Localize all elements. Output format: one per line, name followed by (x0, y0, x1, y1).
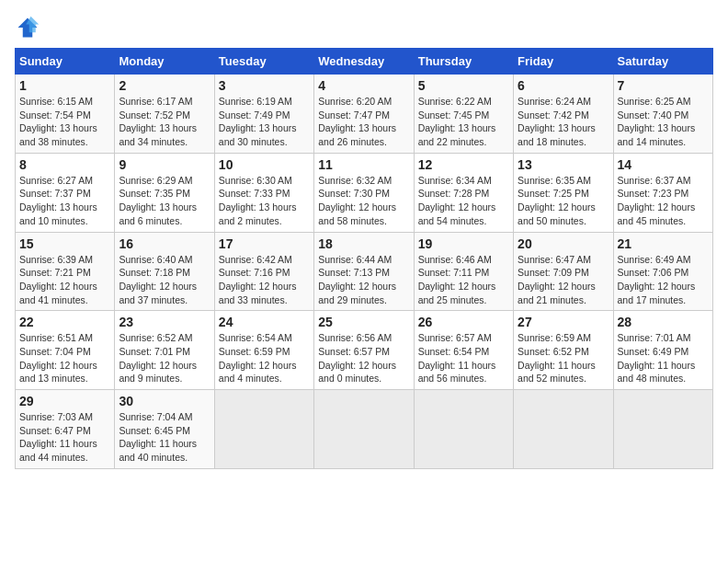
weekday-header-sunday: Sunday (16, 49, 115, 75)
day-info: Sunrise: 6:25 AM Sunset: 7:40 PM Dayligh… (618, 95, 709, 149)
weekday-header-saturday: Saturday (613, 49, 712, 75)
day-number: 18 (318, 236, 409, 251)
day-cell-17: 17Sunrise: 6:42 AM Sunset: 7:16 PM Dayli… (214, 232, 313, 311)
day-info: Sunrise: 6:52 AM Sunset: 7:01 PM Dayligh… (119, 331, 210, 385)
day-number: 14 (618, 157, 709, 172)
day-cell-29: 29Sunrise: 7:03 AM Sunset: 6:47 PM Dayli… (16, 390, 115, 469)
day-info: Sunrise: 6:20 AM Sunset: 7:47 PM Dayligh… (318, 95, 409, 149)
weekday-header-thursday: Thursday (414, 49, 513, 75)
day-cell-3: 3Sunrise: 6:19 AM Sunset: 7:49 PM Daylig… (214, 75, 313, 154)
day-number: 4 (318, 78, 409, 93)
day-cell-30: 30Sunrise: 7:04 AM Sunset: 6:45 PM Dayli… (115, 390, 214, 469)
day-number: 1 (19, 78, 110, 93)
day-number: 3 (219, 78, 310, 93)
day-number: 7 (618, 78, 709, 93)
empty-cell (514, 390, 613, 469)
day-number: 20 (518, 236, 609, 251)
day-info: Sunrise: 7:03 AM Sunset: 6:47 PM Dayligh… (19, 410, 110, 465)
day-info: Sunrise: 6:56 AM Sunset: 6:57 PM Dayligh… (318, 331, 409, 385)
day-number: 21 (618, 236, 709, 251)
day-number: 15 (19, 236, 110, 251)
week-row-2: 15Sunrise: 6:39 AM Sunset: 7:21 PM Dayli… (16, 232, 713, 311)
day-cell-18: 18Sunrise: 6:44 AM Sunset: 7:13 PM Dayli… (314, 232, 414, 311)
day-number: 24 (219, 315, 310, 329)
day-cell-28: 28Sunrise: 7:01 AM Sunset: 6:49 PM Dayli… (613, 311, 712, 390)
day-number: 19 (418, 236, 509, 251)
day-number: 17 (219, 236, 310, 251)
day-info: Sunrise: 6:57 AM Sunset: 6:54 PM Dayligh… (418, 331, 509, 385)
day-number: 5 (418, 78, 509, 93)
weekday-header-friday: Friday (514, 49, 613, 75)
day-info: Sunrise: 6:51 AM Sunset: 7:04 PM Dayligh… (19, 331, 110, 385)
day-number: 11 (318, 157, 409, 172)
weekday-header-monday: Monday (115, 49, 214, 75)
day-cell-20: 20Sunrise: 6:47 AM Sunset: 7:09 PM Dayli… (514, 232, 613, 311)
week-row-0: 1Sunrise: 6:15 AM Sunset: 7:54 PM Daylig… (16, 75, 713, 154)
day-number: 26 (418, 315, 509, 329)
week-row-4: 29Sunrise: 7:03 AM Sunset: 6:47 PM Dayli… (16, 390, 713, 469)
day-info: Sunrise: 6:29 AM Sunset: 7:35 PM Dayligh… (119, 174, 210, 228)
day-info: Sunrise: 6:35 AM Sunset: 7:25 PM Dayligh… (518, 174, 609, 228)
day-cell-14: 14Sunrise: 6:37 AM Sunset: 7:23 PM Dayli… (613, 153, 712, 232)
day-info: Sunrise: 6:47 AM Sunset: 7:09 PM Dayligh… (518, 253, 609, 307)
day-cell-13: 13Sunrise: 6:35 AM Sunset: 7:25 PM Dayli… (514, 153, 613, 232)
week-row-1: 8Sunrise: 6:27 AM Sunset: 7:37 PM Daylig… (16, 153, 713, 232)
day-info: Sunrise: 6:34 AM Sunset: 7:28 PM Dayligh… (418, 174, 509, 228)
weekday-header-wednesday: Wednesday (314, 49, 414, 75)
day-cell-4: 4Sunrise: 6:20 AM Sunset: 7:47 PM Daylig… (314, 75, 414, 154)
empty-cell (314, 390, 414, 469)
day-info: Sunrise: 6:19 AM Sunset: 7:49 PM Dayligh… (219, 95, 310, 149)
day-number: 12 (418, 157, 509, 172)
day-info: Sunrise: 6:49 AM Sunset: 7:06 PM Dayligh… (618, 253, 709, 307)
day-number: 23 (119, 315, 210, 329)
day-cell-1: 1Sunrise: 6:15 AM Sunset: 7:54 PM Daylig… (16, 75, 115, 154)
day-info: Sunrise: 6:39 AM Sunset: 7:21 PM Dayligh… (19, 253, 110, 307)
day-cell-16: 16Sunrise: 6:40 AM Sunset: 7:18 PM Dayli… (115, 232, 214, 311)
day-info: Sunrise: 6:24 AM Sunset: 7:42 PM Dayligh… (518, 95, 609, 149)
logo-icon (15, 15, 40, 40)
empty-cell (613, 390, 712, 469)
day-number: 6 (518, 78, 609, 93)
day-number: 30 (119, 394, 210, 408)
day-info: Sunrise: 6:30 AM Sunset: 7:33 PM Dayligh… (219, 174, 310, 228)
day-info: Sunrise: 7:04 AM Sunset: 6:45 PM Dayligh… (119, 410, 210, 465)
day-info: Sunrise: 6:22 AM Sunset: 7:45 PM Dayligh… (418, 95, 509, 149)
day-number: 22 (19, 315, 110, 329)
weekday-header-row: SundayMondayTuesdayWednesdayThursdayFrid… (16, 49, 713, 75)
day-cell-19: 19Sunrise: 6:46 AM Sunset: 7:11 PM Dayli… (414, 232, 513, 311)
day-cell-23: 23Sunrise: 6:52 AM Sunset: 7:01 PM Dayli… (115, 311, 214, 390)
day-cell-10: 10Sunrise: 6:30 AM Sunset: 7:33 PM Dayli… (214, 153, 313, 232)
day-number: 28 (618, 315, 709, 329)
empty-cell (214, 390, 313, 469)
day-cell-7: 7Sunrise: 6:25 AM Sunset: 7:40 PM Daylig… (613, 75, 712, 154)
day-info: Sunrise: 6:15 AM Sunset: 7:54 PM Dayligh… (19, 95, 110, 149)
logo (15, 15, 44, 40)
empty-cell (414, 390, 513, 469)
day-number: 13 (518, 157, 609, 172)
day-cell-11: 11Sunrise: 6:32 AM Sunset: 7:30 PM Dayli… (314, 153, 414, 232)
day-number: 9 (119, 157, 210, 172)
day-number: 16 (119, 236, 210, 251)
day-cell-5: 5Sunrise: 6:22 AM Sunset: 7:45 PM Daylig… (414, 75, 513, 154)
week-row-3: 22Sunrise: 6:51 AM Sunset: 7:04 PM Dayli… (16, 311, 713, 390)
day-number: 2 (119, 78, 210, 93)
day-info: Sunrise: 6:17 AM Sunset: 7:52 PM Dayligh… (119, 95, 210, 149)
page-header (15, 15, 713, 40)
day-info: Sunrise: 6:59 AM Sunset: 6:52 PM Dayligh… (518, 331, 609, 385)
calendar-table: SundayMondayTuesdayWednesdayThursdayFrid… (15, 48, 713, 469)
day-info: Sunrise: 6:32 AM Sunset: 7:30 PM Dayligh… (318, 174, 409, 228)
day-cell-12: 12Sunrise: 6:34 AM Sunset: 7:28 PM Dayli… (414, 153, 513, 232)
day-info: Sunrise: 6:37 AM Sunset: 7:23 PM Dayligh… (618, 174, 709, 228)
day-number: 29 (19, 394, 110, 408)
day-cell-26: 26Sunrise: 6:57 AM Sunset: 6:54 PM Dayli… (414, 311, 513, 390)
day-info: Sunrise: 7:01 AM Sunset: 6:49 PM Dayligh… (618, 331, 709, 385)
day-info: Sunrise: 6:27 AM Sunset: 7:37 PM Dayligh… (19, 174, 110, 228)
day-cell-24: 24Sunrise: 6:54 AM Sunset: 6:59 PM Dayli… (214, 311, 313, 390)
day-info: Sunrise: 6:54 AM Sunset: 6:59 PM Dayligh… (219, 331, 310, 385)
day-cell-22: 22Sunrise: 6:51 AM Sunset: 7:04 PM Dayli… (16, 311, 115, 390)
day-number: 8 (19, 157, 110, 172)
day-info: Sunrise: 6:40 AM Sunset: 7:18 PM Dayligh… (119, 253, 210, 307)
day-number: 27 (518, 315, 609, 329)
day-cell-25: 25Sunrise: 6:56 AM Sunset: 6:57 PM Dayli… (314, 311, 414, 390)
day-cell-8: 8Sunrise: 6:27 AM Sunset: 7:37 PM Daylig… (16, 153, 115, 232)
